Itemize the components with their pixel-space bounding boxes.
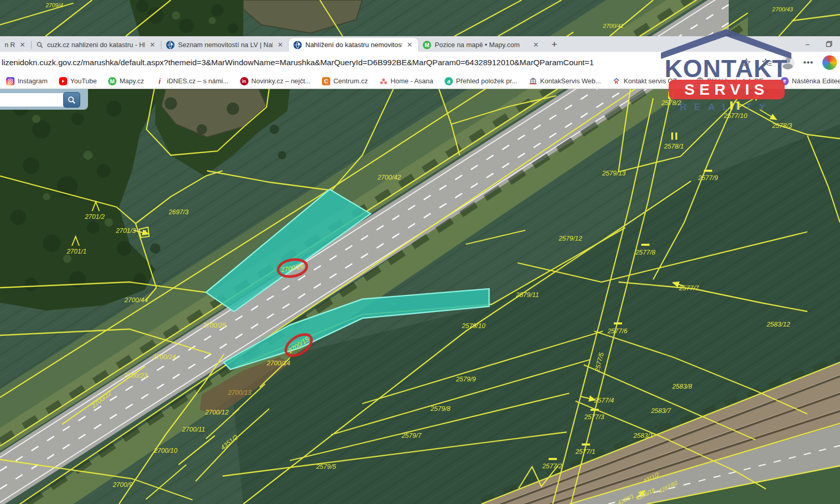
minimize-button[interactable]: – [797,36,818,52]
search-icon [36,41,43,49]
centrum-icon: C [322,77,330,85]
parcel-label: 2579/10 [461,322,485,330]
tab-4[interactable]: Nahlížení do katastru nemovitostí✕ [289,38,418,52]
parcel-label: 2577/8 [635,249,655,256]
cuzk-globe-icon [166,41,174,49]
mapy-icon: M [423,41,431,49]
tab-1[interactable]: n Re✕ [0,38,31,52]
bookmark-8[interactable]: aPřehled položek pr... [445,77,518,85]
menu-dots-icon[interactable]: ••• [802,56,815,69]
bookmark-10[interactable]: RKontakt servis CZ,... [612,77,684,85]
parcel-symbol [591,409,599,411]
bookmark-2[interactable]: YouTube [59,77,97,85]
parcel-label: 2701/2 [84,213,105,220]
parcel-label: 2583/7 [651,407,671,414]
parcel-label: 2583/8 [672,383,692,390]
parcel-label: 2579/5 [316,463,336,470]
editee-icon: e [780,77,789,85]
cuzk-globe-icon [293,41,302,49]
parcel-label: 2700/11 [182,426,205,433]
tab-label: Nahlížení do katastru nemovitostí [305,41,402,49]
bookmark-label: Home - Asana [391,77,433,85]
parcel-symbol [641,244,650,246]
url-text[interactable]: lizenidokn.cuzk.gov.cz/marushka/default.… [0,58,716,67]
browser-profile-icon[interactable] [822,55,837,70]
map-search-input[interactable] [0,93,65,107]
tab-label: Pozice na mapě • Mapy.com [435,41,528,49]
bookmark-7[interactable]: Home - Asana [379,77,433,85]
tab-label: Seznam nemovitostí na LV | Nahlíž [178,41,273,49]
restore-button[interactable] [818,36,840,52]
tab-close-icon[interactable]: ✕ [19,41,26,49]
tab-bar: n Re✕cuzk.cz nahlizeni do katastru - Hle… [0,36,840,52]
bookmark-4[interactable]: iiDNES.cz – s námi... [155,77,228,85]
bookmarks-bar: InstagramYouTubeMMapy.cziiDNES.cz – s ná… [0,73,840,89]
parcel-label: 2577/2 [542,463,562,470]
new-tab-button[interactable]: + [548,38,561,51]
parcel-label: 2701/1 [66,248,86,255]
instagram-icon [6,77,14,85]
parcel-symbol [549,458,557,460]
bookmark-9[interactable]: KontakServis Web... [529,77,601,85]
parcel-symbol [671,132,673,140]
globe-icon [696,77,704,85]
bookmark-label: YouTube [70,77,97,85]
parcel-label: 2577/1 [575,448,595,455]
address-bar: lizenidokn.cuzk.gov.cz/marushka/default.… [0,52,840,74]
svg-text:R: R [615,80,618,85]
window-controls: – [797,36,840,52]
bookmark-3[interactable]: MMapy.cz [108,77,144,85]
tab-3[interactable]: Seznam nemovitostí na LV | Nahlíž✕ [161,38,289,52]
parcel-label: 2700/24 [152,353,175,361]
tab-5[interactable]: MPozice na mapě • Mapy.com✕ [418,38,544,52]
parcel-symbol [582,443,590,446]
bookmark-6[interactable]: CCentrum.cz [322,77,367,85]
parcel-label: 2700/25 [202,322,226,329]
parcel-label: 2579/13 [601,170,625,177]
parcel-symbol [704,170,712,172]
parcel-label: 2700/12 [204,409,228,416]
parcel-label: 2709/4 [45,2,63,8]
tab-close-icon[interactable]: ✕ [149,41,156,49]
parcel-label: 2577/7 [679,285,699,292]
bookmark-1[interactable]: Instagram [6,77,48,85]
map-search-panel [0,89,88,110]
tab-close-icon[interactable]: ✕ [532,41,540,49]
parcel-label: 2577/6 [607,328,627,335]
map-search-button[interactable] [63,92,80,108]
bookmark-label: Přihlášení - InfoRE... [707,77,769,85]
parcel-label: 2700/13 [227,389,251,396]
parcel-symbol [614,322,622,324]
parcel-label: 2700/9 [112,481,132,488]
parcel-label: 2579/8 [430,405,450,412]
profile-avatar[interactable] [781,56,794,69]
bookmark-label: Instagram [18,77,48,85]
parcel-label: 2579/12 [558,235,582,242]
bookmark-11[interactable]: Přihlášení - InfoRE... [696,77,769,85]
tab-2[interactable]: cuzk.cz nahlizeni do katastru - Hled✕ [32,38,161,52]
tab-close-icon[interactable]: ✕ [406,41,414,49]
parcel-symbol [730,101,733,110]
mapy-icon: M [108,77,116,85]
browser-window: 2709/42700/412700/432697/32700/422701/22… [0,0,840,504]
favorite-star-icon[interactable] [740,56,753,69]
restore-icon [826,41,832,47]
bookmark-label: Přehled položek pr... [456,77,518,85]
bookmark-label: Novinky.cz – nejčt... [252,77,311,85]
parcel-label: 2700/23 [123,372,147,379]
parcel-label: 2579/9 [455,376,476,383]
parcel-label: 2700/42 [377,174,401,181]
prehled-icon: a [445,77,453,85]
tab-close-icon[interactable]: ✕ [276,41,284,49]
search-icon [67,96,76,105]
novinky-icon: in [240,77,248,85]
parcel-symbol [668,92,670,99]
collections-star-icon[interactable] [760,56,774,69]
idnes-icon: i [155,77,164,85]
bookmark-label: Nástěnka Editee.co... [792,77,840,85]
bookmark-5[interactable]: inNovinky.cz – nejčt... [240,77,311,85]
parcel-label: 2700/44 [124,297,148,304]
bookmark-12[interactable]: eNástěnka Editee.co... [780,77,840,85]
parcel-label: 2578/2 [661,99,681,107]
bookmark-label: KontakServis Web... [540,77,601,85]
